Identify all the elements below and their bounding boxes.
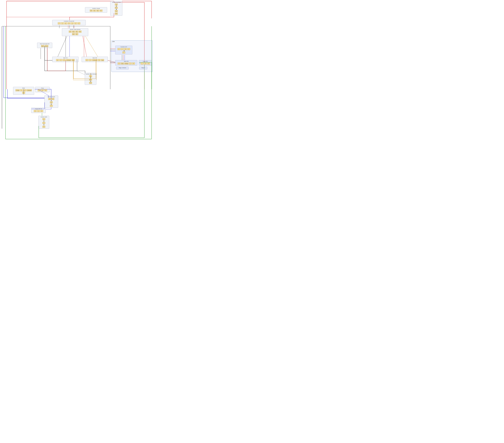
terminal-r8b: R8 — [79, 31, 82, 33]
terminal-r15: R15 — [72, 33, 75, 35]
terminal-supply-e: E — [40, 110, 43, 112]
terminal-vch-grey: Grey — [72, 59, 74, 61]
valve-ufh-title: Valve UFH — [116, 61, 136, 62]
boiler-title: Boiler — [14, 88, 33, 89]
terminal-supply-n: N — [34, 110, 37, 112]
ufh-label: UFH — [112, 41, 115, 42]
terminal-vhw-n: N — [98, 59, 101, 61]
junction-earth: Junction: Earth C1 C2 C3 — [38, 116, 49, 129]
junction-live-perm-title: Junction: Live Perm — [111, 2, 121, 3]
pump: Pump L N E — [35, 87, 50, 92]
terminal-ufh-4: 4 — [117, 48, 120, 50]
valve-hw: Valve H/W E L L Demand N Grey — [82, 57, 108, 62]
wago-l-demand-title: Wago L Demand — [117, 67, 128, 68]
terminal-ctrl-3: 3 — [71, 22, 74, 24]
dot-c2-c3 — [44, 124, 44, 125]
terminal-ctrl-e: E — [64, 22, 67, 24]
controller-ch-hw-title: Controller C/H and H/W — [53, 21, 85, 22]
terminal-vufh-l: L — [129, 62, 132, 65]
junction-unused-title: Junction: Unused — [86, 8, 106, 9]
terminal-r13: R13 — [89, 82, 92, 84]
terminal-boiler-n: N — [23, 89, 26, 91]
terminal-vhw-ldemand: L Demand — [92, 59, 97, 61]
controller-ufh-title: Controller UFH — [116, 46, 131, 48]
terminal-pufh-l: L — [141, 62, 144, 65]
terminal-c2: C2 — [42, 122, 45, 124]
dot-c4-c6 — [51, 100, 52, 101]
terminal-r10: R10 — [72, 31, 75, 33]
svg-line-23 — [76, 71, 85, 75]
terminal-pufh-e: E — [147, 62, 150, 65]
terminal-vch-e: E — [63, 59, 66, 61]
terminal-ufh-3: 3 — [122, 52, 125, 53]
terminal-pump-e: E — [44, 89, 47, 91]
junction-boiler-demand: Junction: Boiler Demand R9 R12 R13 — [85, 73, 96, 85]
terminal-vufh-grey: Grey — [121, 62, 124, 65]
terminal-vufh-e: E — [132, 62, 135, 65]
junction-live-perm: Junction: Live Perm C8 R11 R14 R16 — [110, 1, 122, 16]
terminal-c4: C4 — [48, 98, 51, 100]
terminal-r3: R3 — [75, 33, 78, 35]
terminal-pump-n: N — [41, 89, 44, 91]
terminal-r12: R12 — [89, 78, 92, 81]
tank-thermostat-title: Tank Thermostat H/W — [38, 43, 51, 44]
junction-unused: Junction: Unused R5 R1 R4 R7 — [85, 7, 107, 13]
junction-valve-demand: Junction: Valve Demand R2 R10 R8 R8 R15 … — [62, 28, 88, 36]
terminal-r2: R2 — [69, 31, 72, 33]
boiler: Boiler L Pump L N L Demand E — [13, 87, 34, 95]
terminal-ctrl-l: L — [58, 22, 61, 24]
terminal-vhw-l: L — [89, 59, 92, 61]
terminal-r7: R7 — [100, 10, 103, 12]
diagram-container: Junction: Live Perm C8 R11 R14 R16 Junct… — [0, 0, 154, 142]
terminal-c1: C1 — [42, 118, 45, 120]
controller-ufh: Controller UFH 4 L N 2 3 — [115, 46, 132, 54]
terminal-supply-l: L — [37, 110, 40, 112]
valve-ufh: Valve UFH N Grey Orange L E — [115, 60, 137, 66]
terminal-boiler-l: L — [20, 89, 23, 91]
pump-ufh: Pump UFH L N E — [139, 60, 152, 66]
junction-boiler-demand-title: Junction: Boiler Demand — [86, 73, 95, 75]
terminal-c5: C5 — [52, 98, 54, 100]
terminal-r8: R8 — [75, 31, 78, 33]
terminal-ctrl-n: N — [68, 22, 71, 24]
terminal-ctrl-4: 4 — [77, 22, 80, 24]
dot-c6-c7 — [51, 104, 52, 105]
dot-r9-r12 — [90, 78, 91, 78]
valve-hw-title: Valve H/W — [83, 57, 107, 58]
dot-c8-r11 — [116, 6, 117, 6]
controller-ch-hw: Controller C/H and H/W L 1 E N 3 2 4 — [52, 20, 86, 25]
terminal-ufh-2: 2 — [127, 48, 130, 50]
terminal-vch-n: N — [56, 59, 59, 61]
junction-valve-demand-title: Junction: Valve Demand — [63, 29, 87, 30]
terminal-ufh-n: N — [124, 48, 127, 50]
valve-ch-title: Valve C/H — [53, 57, 78, 58]
svg-line-21 — [85, 36, 98, 57]
terminal-brown: Brown — [45, 45, 48, 47]
svg-line-20 — [83, 36, 87, 57]
terminal-vch-ldemand: L Demand — [66, 59, 71, 61]
supply-230v: Supply 230v 3a N L E — [31, 107, 46, 113]
terminal-c6: C6 — [50, 101, 53, 103]
terminal-vhw-grey: Grey — [101, 59, 104, 61]
terminal-r11: R11 — [115, 7, 118, 9]
svg-line-18 — [58, 36, 67, 57]
dot-ufh-ctrl — [124, 51, 125, 51]
terminal-black: Black — [41, 45, 44, 47]
junction-earth-title: Junction: Earth — [39, 116, 48, 118]
junction-neutral: Junction: Neutral C4 C5 C6 C7 — [44, 96, 58, 108]
terminal-r1: R1 — [93, 10, 96, 12]
terminal-vch-l: L — [59, 59, 62, 61]
terminal-c7: C7 — [50, 105, 53, 107]
wago-e-title: Wago E — [140, 67, 146, 68]
terminal-r9: R9 — [89, 75, 92, 77]
terminal-pufh-n: N — [144, 62, 147, 65]
dot-c1-c2 — [44, 121, 44, 121]
terminal-vufh-orange: Orange — [124, 62, 128, 65]
supply-230v-title: Supply 230v 3a — [32, 108, 45, 109]
dot-r11-r14 — [116, 9, 117, 10]
terminal-r14: R14 — [115, 10, 118, 12]
dot-r12-r13 — [90, 81, 91, 82]
terminal-vufh-n: N — [118, 62, 121, 65]
pump-title: Pump — [36, 88, 49, 89]
wago-l-demand: Wago L Demand — [116, 67, 129, 70]
